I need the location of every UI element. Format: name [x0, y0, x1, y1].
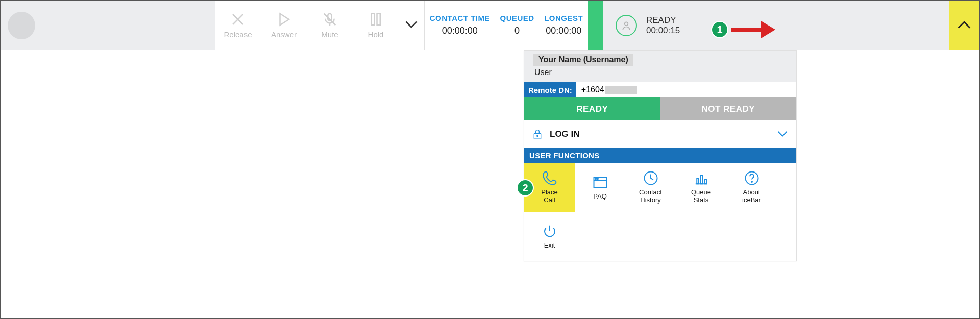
- user-role: User: [534, 68, 787, 77]
- mic-mute-icon: [322, 12, 337, 27]
- uf-item-window[interactable]: PAQ: [575, 163, 625, 212]
- play-icon: [276, 12, 291, 27]
- power-icon: [542, 224, 557, 239]
- chevron-up-icon: [957, 21, 971, 30]
- uf-item-power[interactable]: Exit: [524, 212, 575, 261]
- call-controls: Release Answer Mute Hold: [215, 1, 425, 50]
- callout-1-arrow: [730, 19, 776, 42]
- redacted-block: [605, 86, 637, 94]
- uf-item-label: PAQ: [593, 193, 607, 201]
- svg-point-7: [595, 178, 596, 179]
- remote-dn-label: Remote DN:: [524, 82, 576, 97]
- stat-value: 00:00:00: [546, 26, 581, 36]
- login-row[interactable]: LOG IN: [524, 120, 796, 148]
- panel-header: Your Name (Username) User: [524, 51, 796, 82]
- mute-label: Mute: [321, 30, 338, 39]
- call-controls-expand[interactable]: [399, 20, 424, 30]
- status-time: 00:00:15: [646, 26, 680, 36]
- user-icon: [621, 20, 631, 31]
- uf-item-question[interactable]: AbouticeBar: [726, 163, 777, 212]
- uf-item-label: AbouticeBar: [742, 189, 761, 204]
- status-avatar: [616, 15, 637, 36]
- uf-item-label: ContactHistory: [639, 189, 662, 204]
- uf-item-label: PlaceCall: [541, 189, 558, 204]
- user-name: Your Name (Username): [533, 54, 633, 66]
- user-panel: Your Name (Username) User Remote DN: +16…: [524, 50, 797, 261]
- uf-item-label: Exit: [544, 242, 555, 250]
- topbar-left: [1, 1, 215, 50]
- release-button[interactable]: Release: [215, 1, 261, 50]
- top-bar: Release Answer Mute Hold CONTACT TIME 00…: [1, 1, 979, 50]
- hold-label: Hold: [368, 30, 384, 39]
- window-icon: [593, 175, 608, 190]
- avatar-placeholder: [8, 12, 35, 39]
- svg-point-5: [537, 135, 538, 137]
- stat-longest: LONGEST 00:00:00: [544, 14, 583, 36]
- stat-label: LONGEST: [544, 14, 583, 22]
- not-ready-button[interactable]: NOT READY: [660, 97, 797, 120]
- status-state: READY: [646, 15, 680, 26]
- callout-2-badge: 2: [517, 179, 534, 197]
- stats-panel: CONTACT TIME 00:00:00 QUEUED 0 LONGEST 0…: [425, 1, 588, 50]
- svg-rect-11: [700, 176, 702, 184]
- stat-value: 00:00:00: [442, 26, 478, 36]
- status-text: READY 00:00:15: [646, 15, 680, 36]
- stat-contact-time: CONTACT TIME 00:00:00: [430, 14, 490, 36]
- chevron-down-icon: [777, 131, 788, 138]
- answer-button[interactable]: Answer: [261, 1, 307, 50]
- remote-dn-row: Remote DN: +1604: [524, 82, 796, 97]
- release-label: Release: [224, 30, 252, 39]
- x-icon: [230, 12, 246, 27]
- login-label: LOG IN: [550, 129, 777, 139]
- ready-row: READY NOT READY: [524, 97, 796, 120]
- uf-item-label: QueueStats: [691, 189, 711, 204]
- status-indicator-strip: [588, 1, 603, 50]
- remote-dn-text: +1604: [581, 85, 604, 94]
- chevron-down-icon: [405, 20, 418, 30]
- svg-rect-12: [704, 180, 706, 184]
- question-icon: [744, 170, 760, 186]
- panel-toggle-button[interactable]: [949, 1, 979, 50]
- stat-queued: QUEUED 0: [500, 14, 534, 36]
- uf-item-clock[interactable]: ContactHistory: [625, 163, 676, 212]
- svg-rect-2: [377, 13, 380, 25]
- stat-value: 0: [514, 26, 520, 36]
- user-functions-grid: PlaceCallPAQContactHistoryQueueStatsAbou…: [524, 163, 796, 261]
- clock-icon: [643, 170, 658, 186]
- hold-button[interactable]: Hold: [353, 1, 399, 50]
- remote-dn-value[interactable]: +1604: [576, 85, 637, 94]
- ready-button[interactable]: READY: [524, 97, 660, 120]
- mute-button[interactable]: Mute: [307, 1, 353, 50]
- phone-icon: [542, 170, 557, 186]
- user-functions-header: USER FUNCTIONS: [524, 148, 796, 163]
- callout-1-badge: 1: [711, 21, 728, 38]
- bars-icon: [694, 170, 709, 186]
- pause-icon: [368, 12, 383, 27]
- svg-point-3: [625, 22, 628, 26]
- stat-label: QUEUED: [500, 14, 534, 22]
- lock-icon: [532, 128, 543, 140]
- answer-label: Answer: [271, 30, 297, 39]
- stat-label: CONTACT TIME: [430, 14, 490, 22]
- uf-item-bars[interactable]: QueueStats: [676, 163, 726, 212]
- svg-rect-10: [697, 178, 699, 184]
- svg-point-14: [751, 181, 752, 182]
- svg-point-8: [597, 178, 598, 179]
- svg-rect-1: [371, 13, 374, 25]
